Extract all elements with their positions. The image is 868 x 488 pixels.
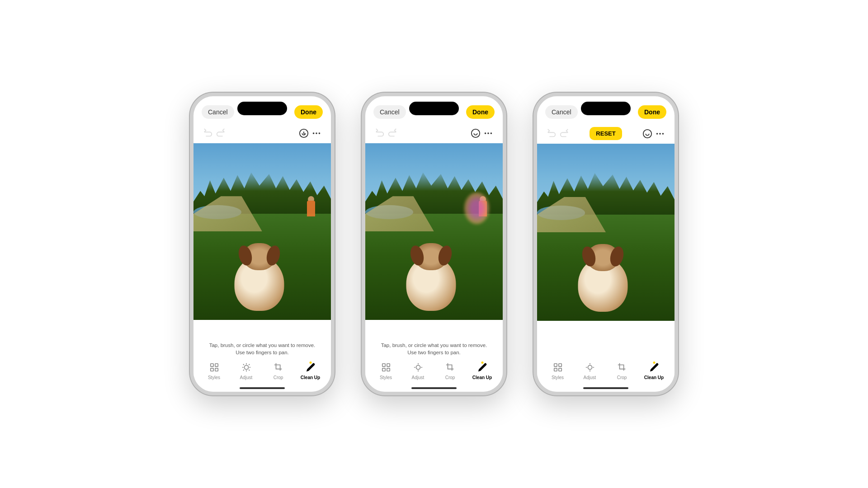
tab-cleanup-label-1: Clean Up: [301, 375, 320, 380]
tab-adjust-label-1: Adjust: [240, 375, 253, 380]
phone-3: Cancel Done RESET: [533, 93, 678, 395]
bottom-area-1: 🖐 Tap, brush, or circle what you want to…: [193, 320, 331, 392]
dog-ear-left-1: [236, 244, 254, 267]
brush-stroke-2: [464, 192, 489, 224]
svg-rect-25: [382, 368, 385, 371]
brush-icon-area-1: 🖐: [255, 324, 269, 340]
cleanup-dot-2: [481, 361, 483, 364]
svg-point-2: [316, 132, 317, 134]
svg-point-21: [491, 132, 492, 134]
svg-rect-6: [215, 364, 217, 366]
tab-bar-3: Styles Adjust: [537, 361, 675, 385]
more-icon-1[interactable]: [310, 127, 323, 140]
svg-rect-36: [554, 364, 557, 366]
tab-crop-3[interactable]: Crop: [606, 362, 638, 380]
cancel-button-1[interactable]: Cancel: [202, 105, 234, 119]
phone-frame-1: Cancel Done: [190, 93, 335, 395]
svg-point-3: [319, 132, 321, 134]
styles-icon-3: [553, 362, 563, 374]
svg-point-33: [656, 133, 658, 135]
more-icon-3[interactable]: [654, 127, 666, 140]
styles-icon-2: [381, 362, 391, 374]
tab-crop-label-1: Crop: [274, 375, 283, 380]
svg-point-27: [416, 365, 420, 369]
done-button-1[interactable]: Done: [294, 105, 323, 119]
dog-body-3: [578, 258, 628, 312]
dog-ear-left-3: [580, 245, 598, 268]
svg-rect-39: [558, 368, 561, 371]
cancel-button-3[interactable]: Cancel: [545, 105, 578, 119]
person-figure-1: [302, 196, 320, 232]
tab-bar-1: Styles Adjust: [193, 361, 331, 385]
tab-styles-3[interactable]: Styles: [542, 362, 574, 380]
cleanup-dot-1: [309, 361, 311, 364]
svg-point-18: [472, 129, 480, 137]
tab-crop-1[interactable]: Crop: [262, 362, 294, 380]
tab-crop-2[interactable]: Crop: [434, 362, 466, 380]
done-button-2[interactable]: Done: [466, 105, 495, 119]
dynamic-island-3: [581, 102, 631, 115]
svg-line-15: [249, 370, 250, 371]
svg-rect-37: [558, 364, 561, 366]
tab-cleanup-2[interactable]: Clean Up: [466, 362, 498, 380]
phone-frame-3: Cancel Done RESET: [533, 93, 678, 395]
tab-cleanup-3[interactable]: Clean Up: [638, 362, 670, 380]
redo-icon-3[interactable]: [558, 127, 571, 140]
crop-icon-1: [274, 362, 283, 374]
photo-area-1: [193, 143, 331, 320]
tab-adjust-2[interactable]: Adjust: [402, 362, 434, 380]
svg-point-20: [487, 132, 489, 134]
tab-adjust-label-2: Adjust: [412, 375, 425, 380]
svg-point-32: [643, 129, 651, 137]
redo-icon-1[interactable]: [214, 127, 227, 140]
cleanup-icon-3: [649, 362, 659, 374]
tab-adjust-1[interactable]: Adjust: [230, 362, 262, 380]
reset-button-3[interactable]: RESET: [590, 127, 622, 140]
adjust-icon-2: [413, 362, 423, 374]
dog-body-1: [235, 257, 284, 311]
tab-cleanup-1[interactable]: Clean Up: [294, 362, 326, 380]
dog-head-3: [587, 244, 619, 271]
home-indicator-1: [240, 387, 285, 389]
dog-head-2: [415, 243, 447, 270]
tab-styles-1[interactable]: Styles: [198, 362, 230, 380]
undo-icon-1[interactable]: [202, 127, 214, 140]
controls-row-1: [193, 125, 331, 143]
svg-point-35: [662, 133, 664, 135]
svg-rect-8: [215, 368, 217, 371]
adjust-icon-1: [241, 362, 251, 374]
dog-ear-right-2: [436, 244, 454, 267]
dog-ear-left-2: [408, 244, 426, 267]
tab-crop-label-3: Crop: [617, 375, 627, 380]
tab-styles-label-1: Styles: [208, 375, 220, 380]
svg-rect-38: [554, 368, 557, 371]
person-body-1: [307, 201, 315, 216]
svg-point-1: [313, 132, 315, 134]
done-button-3[interactable]: Done: [638, 105, 666, 119]
share-icon-2[interactable]: [469, 127, 482, 140]
undo-icon-2[interactable]: [373, 127, 386, 140]
cleanup-dot-3: [653, 361, 655, 364]
redo-icon-2[interactable]: [386, 127, 399, 140]
controls-row-3: RESET: [537, 125, 675, 144]
svg-rect-7: [210, 368, 213, 371]
tab-styles-2[interactable]: Styles: [370, 362, 402, 380]
tab-cleanup-label-3: Clean Up: [644, 375, 664, 380]
photo-area-3: [537, 144, 675, 321]
undo-icon-3[interactable]: [545, 127, 558, 140]
dog-figure-1: [230, 239, 289, 311]
brush-icon-area-2: 🖐: [427, 324, 441, 340]
svg-point-19: [485, 132, 486, 134]
dog-figure-2: [402, 239, 461, 311]
controls-row-2: [365, 125, 503, 143]
home-indicator-3: [583, 387, 628, 389]
share-icon-1[interactable]: [297, 127, 310, 140]
tab-adjust-3[interactable]: Adjust: [574, 362, 606, 380]
cancel-button-2[interactable]: Cancel: [373, 105, 406, 119]
more-icon-2[interactable]: [482, 127, 495, 140]
svg-rect-26: [387, 368, 389, 371]
share-icon-3[interactable]: [641, 127, 654, 140]
svg-text:🖐: 🖐: [257, 325, 269, 339]
dynamic-island-1: [237, 102, 287, 115]
bottom-area-2: 🖐 Tap, brush, or circle what you want to…: [365, 320, 503, 392]
